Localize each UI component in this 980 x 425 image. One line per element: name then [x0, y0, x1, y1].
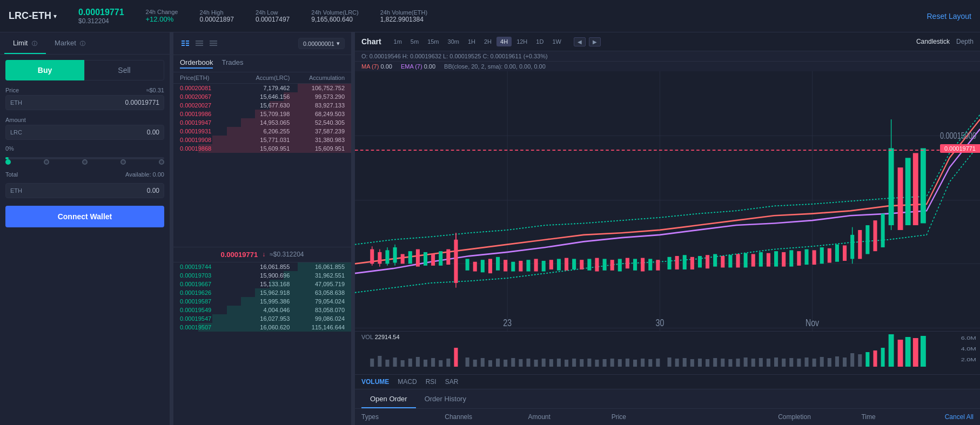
slider-dot-75[interactable]: [120, 159, 126, 165]
price-input[interactable]: [31, 99, 159, 106]
sell-row[interactable]: 0.00020067 15,646.156 99,573.290: [173, 92, 351, 101]
chart-nav-right[interactable]: ▶: [589, 37, 601, 46]
slider-dots: [5, 159, 164, 165]
buy-row[interactable]: 0.00019547 16,027.953 99,086.024: [173, 314, 351, 323]
slider-dot-0[interactable]: [5, 159, 11, 165]
svg-rect-160: [804, 357, 808, 367]
orderbook-view-icons: [180, 38, 219, 49]
svg-rect-10: [210, 43, 217, 44]
svg-rect-83: [820, 247, 824, 264]
col-types: Types: [361, 413, 445, 421]
sell-row[interactable]: 0.00019931 6,206.255 37,587.239: [173, 127, 351, 136]
svg-rect-125: [534, 360, 538, 367]
slider-track[interactable]: [5, 157, 164, 159]
col-price: Price: [612, 413, 778, 421]
svg-rect-75: [759, 252, 763, 267]
buy-row[interactable]: 0.00019744 16,061.855 16,061.855: [173, 262, 351, 271]
sell-row[interactable]: 0.00019908 15,771.031 31,380.983: [173, 136, 351, 144]
total-input[interactable]: [31, 187, 159, 194]
reset-layout-button[interactable]: Reset Layout: [927, 12, 972, 21]
change-value: +12.00%: [146, 15, 178, 23]
time-btn-12H[interactable]: 12H: [513, 37, 531, 46]
time-btn-15m[interactable]: 15m: [424, 37, 442, 46]
svg-rect-48: [549, 260, 553, 269]
svg-rect-110: [416, 357, 420, 367]
indicator-tab-macd[interactable]: MACD: [398, 378, 417, 386]
combined-view-icon[interactable]: [180, 38, 191, 49]
svg-rect-46: [534, 259, 538, 271]
indicator-tab-volume[interactable]: VOLUME: [361, 378, 389, 386]
precision-selector[interactable]: 0.00000001 ▾: [298, 38, 345, 49]
buy-row[interactable]: 0.00019587 15,995.386 79,054.024: [173, 297, 351, 306]
svg-rect-47: [542, 261, 546, 272]
svg-rect-104: [370, 359, 374, 367]
svg-rect-45: [526, 260, 530, 271]
cancel-all-button[interactable]: Cancel All: [945, 413, 974, 421]
slider-fill: [5, 157, 9, 159]
price-usd: $0.312204: [78, 17, 124, 25]
chart-svg-area[interactable]: 23 30 Nov 0.00015000 0.00019771: [355, 71, 980, 331]
volume-value: 22914.54: [375, 334, 400, 340]
svg-rect-54: [595, 258, 599, 272]
tab-open-order[interactable]: Open Order: [361, 389, 416, 408]
total-token-label: ETH: [10, 187, 26, 194]
svg-rect-28: [408, 251, 412, 264]
svg-rect-98: [921, 149, 926, 224]
indicator-tab-sar[interactable]: SAR: [445, 378, 459, 386]
high-stat: 24h High 0.00021897: [199, 9, 233, 23]
tab-trades[interactable]: Trades: [221, 58, 243, 69]
svg-rect-57: [618, 259, 622, 271]
tab-order-history[interactable]: Order History: [416, 389, 475, 408]
col-channels: Channels: [445, 413, 528, 421]
time-btn-30m[interactable]: 30m: [444, 37, 463, 46]
buy-row[interactable]: 0.00019626 15,962.918 63,058.638: [173, 288, 351, 297]
time-btn-5m[interactable]: 5m: [407, 37, 422, 46]
sell-row[interactable]: 0.00019947 14,953.065 52,540.305: [173, 118, 351, 127]
slider-dot-25[interactable]: [44, 159, 49, 165]
time-btn-1W[interactable]: 1W: [548, 37, 565, 46]
depth-type-btn[interactable]: Depth: [956, 38, 974, 45]
buy-only-icon[interactable]: [208, 38, 219, 49]
buy-row[interactable]: 0.00019507 16,060.620 115,146.644: [173, 323, 351, 332]
sell-row[interactable]: 0.00020027 15,677.630 83,927.133: [173, 101, 351, 110]
svg-rect-138: [633, 360, 637, 367]
time-btn-4H[interactable]: 4H: [496, 37, 512, 46]
svg-rect-112: [431, 358, 435, 367]
current-price-badge: 0.00019771: [940, 144, 980, 153]
buy-row[interactable]: 0.00019549 4,004.046 83,058.070: [173, 306, 351, 314]
svg-rect-122: [511, 358, 515, 367]
svg-rect-91: [873, 220, 877, 251]
time-btn-1D[interactable]: 1D: [532, 37, 547, 46]
indicator-tab-rsi[interactable]: RSI: [426, 378, 437, 386]
sell-row[interactable]: 0.00020081 7,179.462 106,752.752: [173, 84, 351, 92]
svg-text:30: 30: [656, 317, 664, 328]
svg-text:Nov: Nov: [806, 317, 819, 328]
mid-price-row: 0.00019771 ↓ ≈$0.312204: [173, 247, 351, 262]
svg-rect-73: [744, 253, 748, 268]
sell-row[interactable]: 0.00019868 15,609.951 15,609.951: [173, 144, 351, 153]
amount-input[interactable]: [31, 129, 159, 136]
chart-nav-left[interactable]: ◀: [574, 37, 586, 46]
tab-market[interactable]: Market ⓘ: [46, 32, 94, 54]
buy-row[interactable]: 0.00019703 15,900.696 31,962.551: [173, 271, 351, 280]
sell-button[interactable]: Sell: [84, 60, 164, 80]
slider-dot-100[interactable]: [159, 159, 164, 165]
buy-button[interactable]: Buy: [5, 60, 84, 80]
connect-wallet-button[interactable]: Connect Wallet: [5, 206, 164, 227]
svg-rect-59: [633, 259, 637, 270]
buy-row[interactable]: 0.00019667 15,133.168 47,095.719: [173, 280, 351, 288]
time-btn-2H[interactable]: 2H: [480, 37, 495, 46]
time-btn-1H[interactable]: 1H: [464, 37, 479, 46]
svg-rect-92: [881, 214, 885, 247]
svg-rect-136: [618, 359, 622, 367]
tab-orderbook[interactable]: Orderbook: [180, 58, 213, 69]
volume-section: VOL 22914.54: [355, 331, 980, 374]
tab-limit[interactable]: Limit ⓘ: [4, 32, 46, 54]
sell-only-icon[interactable]: [194, 38, 205, 49]
vol-lrc-label: 24h Volume(LRC): [311, 9, 358, 16]
sell-row[interactable]: 0.00019986 15,709.198 68,249.503: [173, 110, 351, 118]
time-btn-1m[interactable]: 1m: [390, 37, 406, 46]
pair-selector[interactable]: LRC-ETH ▾: [9, 10, 57, 22]
slider-dot-50[interactable]: [82, 159, 88, 165]
candlestick-type-btn[interactable]: Candlestick: [916, 38, 950, 45]
